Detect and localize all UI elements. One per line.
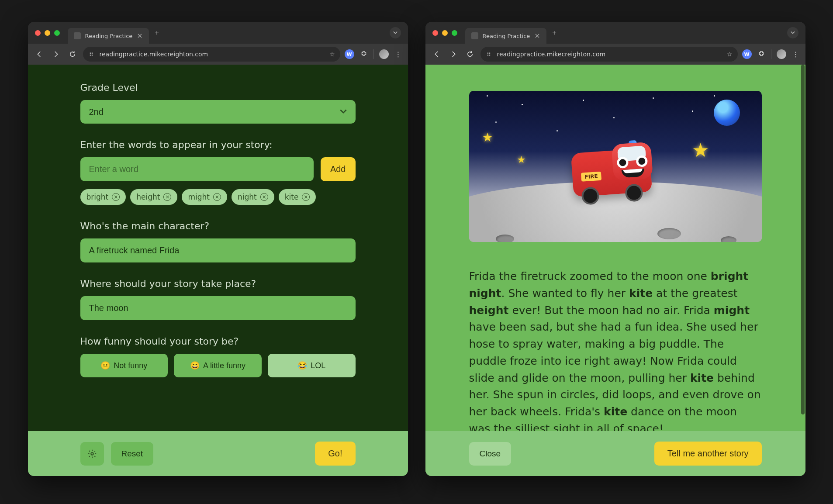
svg-rect-2 [90, 55, 90, 55]
funny-label: How funny should your story be? [80, 336, 356, 347]
tabs-dropdown-icon[interactable] [390, 27, 401, 38]
add-word-button[interactable]: Add [321, 157, 356, 181]
address-bar[interactable]: readingpractice.mikecreighton.com ☆ [83, 47, 340, 62]
minimize-window-icon[interactable] [45, 30, 50, 36]
back-button[interactable] [33, 48, 45, 60]
browser-window-story: Reading Practice × ＋ readingpractice.mik… [425, 22, 805, 476]
svg-rect-1 [91, 53, 92, 54]
earth-icon [714, 100, 740, 126]
svg-rect-7 [487, 55, 488, 55]
word-chip: kite× [279, 189, 316, 205]
funny-option[interactable]: 😐Not funny [80, 354, 168, 377]
extension-icon[interactable]: W [345, 49, 354, 59]
word-chip: height× [130, 189, 177, 205]
remove-chip-icon[interactable]: × [163, 193, 171, 201]
bookmark-icon[interactable]: ☆ [329, 51, 335, 58]
close-window-icon[interactable] [35, 30, 41, 36]
svg-rect-5 [487, 53, 488, 54]
character-input[interactable] [80, 238, 356, 262]
word-chip: might× [182, 189, 227, 205]
grade-label: Grade Level [80, 82, 356, 93]
maximize-window-icon[interactable] [54, 30, 60, 36]
remove-chip-icon[interactable]: × [112, 193, 120, 201]
browser-window-setup: Reading Practice × ＋ readingpractice.mik… [28, 22, 408, 476]
profile-avatar-icon[interactable] [379, 49, 389, 59]
firetruck-character: FIRE [570, 148, 652, 197]
divider [373, 49, 374, 59]
menu-icon[interactable]: ⋮ [394, 50, 403, 59]
another-story-button[interactable]: Tell me another story [654, 442, 762, 466]
tabs-dropdown-icon[interactable] [787, 27, 798, 38]
chip-text: kite [285, 193, 299, 201]
setting-label: Where should your story take place? [80, 278, 356, 289]
setup-footer: Reset Go! [28, 431, 408, 476]
story-illustration: ★ ★ ★ FIRE [469, 91, 762, 242]
scrollbar-thumb[interactable] [801, 65, 805, 414]
remove-chip-icon[interactable]: × [302, 193, 310, 201]
funny-option[interactable]: 😄A little funny [174, 354, 262, 377]
close-window-icon[interactable] [432, 30, 438, 36]
word-chip: night× [232, 189, 274, 205]
new-tab-button[interactable]: ＋ [153, 28, 160, 38]
close-tab-icon[interactable]: × [137, 32, 142, 39]
url-text: readingpractice.mikecreighton.com [497, 51, 606, 58]
option-label: A little funny [203, 361, 245, 370]
funny-option[interactable]: 😂LOL [268, 354, 356, 377]
browser-tab[interactable]: Reading Practice × [68, 28, 149, 44]
emoji-icon: 😂 [297, 361, 307, 370]
reload-button[interactable] [66, 48, 79, 60]
scrollbar[interactable] [800, 65, 805, 476]
back-button[interactable] [431, 48, 443, 60]
titlebar: Reading Practice × ＋ [425, 22, 805, 44]
navbar: readingpractice.mikecreighton.com ☆ W ⋮ [28, 44, 408, 65]
story-text: Frida the firetruck zoomed to the moon o… [469, 268, 762, 431]
story-footer: Close Tell me another story [425, 431, 805, 476]
extensions-menu-icon[interactable] [359, 50, 368, 59]
site-settings-icon[interactable] [88, 50, 96, 58]
reload-button[interactable] [464, 48, 476, 60]
traffic-lights [432, 30, 457, 36]
word-input[interactable] [80, 157, 314, 181]
close-story-button[interactable]: Close [469, 442, 512, 466]
chip-text: might [188, 193, 210, 201]
word-chips: bright×height×might×night×kite× [80, 189, 356, 205]
gear-icon [87, 449, 97, 459]
forward-button[interactable] [447, 48, 460, 60]
grade-select[interactable]: 2nd [80, 100, 356, 124]
chip-text: height [136, 193, 160, 201]
chip-text: night [238, 193, 257, 201]
go-button[interactable]: Go! [315, 442, 355, 466]
setting-input[interactable] [80, 296, 356, 320]
minimize-window-icon[interactable] [442, 30, 448, 36]
address-bar[interactable]: readingpractice.mikecreighton.com ☆ [480, 47, 738, 62]
forward-button[interactable] [50, 48, 62, 60]
svg-rect-0 [90, 53, 90, 54]
svg-rect-8 [489, 55, 490, 55]
remove-chip-icon[interactable]: × [260, 193, 268, 201]
tab-title: Reading Practice [483, 33, 530, 39]
fire-badge: FIRE [581, 172, 601, 182]
close-tab-icon[interactable]: × [534, 32, 540, 39]
profile-avatar-icon[interactable] [777, 49, 786, 59]
story-page: ★ ★ ★ FIRE [425, 65, 805, 476]
extension-icon[interactable]: W [742, 49, 752, 59]
site-settings-icon[interactable] [486, 50, 494, 58]
settings-button[interactable] [80, 442, 104, 466]
emoji-icon: 😄 [190, 361, 200, 370]
funny-options: 😐Not funny😄A little funny😂LOL [80, 354, 356, 377]
navbar: readingpractice.mikecreighton.com ☆ W ⋮ [425, 44, 805, 65]
emoji-icon: 😐 [100, 361, 110, 370]
svg-rect-6 [489, 53, 490, 54]
bookmark-icon[interactable]: ☆ [727, 51, 733, 58]
browser-tab[interactable]: Reading Practice × [465, 28, 546, 44]
new-tab-button[interactable]: ＋ [551, 28, 558, 38]
svg-point-4 [91, 452, 93, 455]
svg-rect-3 [91, 55, 92, 55]
maximize-window-icon[interactable] [452, 30, 457, 36]
titlebar: Reading Practice × ＋ [28, 22, 408, 44]
remove-chip-icon[interactable]: × [213, 193, 221, 201]
reset-button[interactable]: Reset [111, 442, 154, 466]
menu-icon[interactable]: ⋮ [792, 50, 800, 59]
option-label: LOL [311, 361, 325, 370]
extensions-menu-icon[interactable] [757, 50, 766, 59]
